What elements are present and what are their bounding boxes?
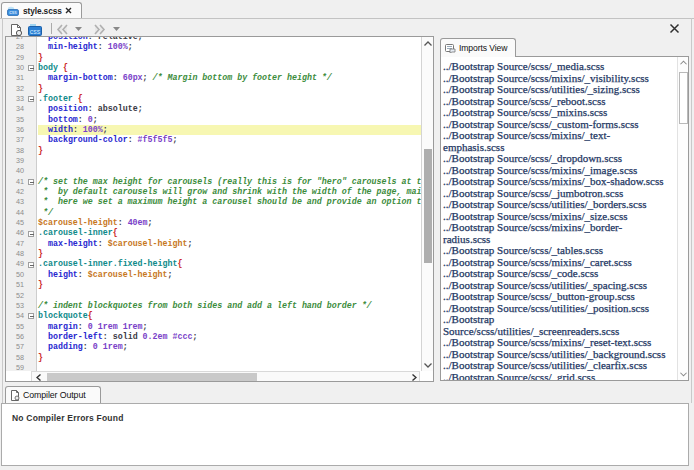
svg-text:css: css (30, 28, 41, 35)
svg-text:css: css (9, 9, 17, 15)
